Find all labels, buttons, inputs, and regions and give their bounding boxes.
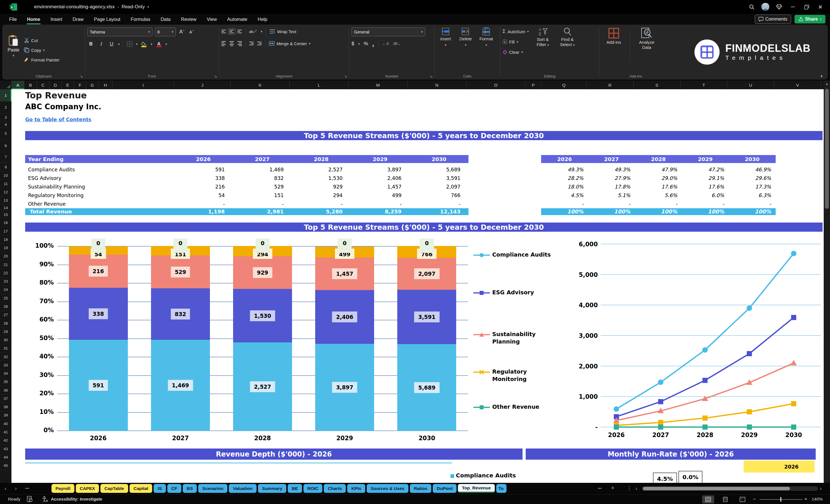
search-icon[interactable] (745, 0, 759, 14)
sheet-tab-bs[interactable]: BS (183, 484, 197, 493)
row-header-39[interactable]: 39 (0, 411, 11, 420)
row-header-24[interactable]: 24 (0, 286, 11, 294)
normal-view-button[interactable] (702, 496, 714, 503)
row-header-15[interactable]: 15 (0, 211, 11, 218)
borders-caret-icon[interactable]: ▾ (136, 42, 138, 46)
sort-filter-button[interactable]: AZ Sort & Filter ▾ (532, 28, 553, 73)
row-header-6[interactable]: 6 (0, 139, 11, 152)
row-header-5[interactable]: 5 (0, 128, 11, 139)
column-header-H[interactable]: H (99, 81, 113, 89)
ribbon-tab-page-layout[interactable]: Page Layout (89, 15, 126, 24)
avatar[interactable] (759, 0, 772, 14)
format-painter-button[interactable]: Format Painter (24, 56, 60, 64)
sheet-tab-be[interactable]: BE (288, 484, 302, 493)
row-header-33[interactable]: 33 (0, 361, 11, 369)
fill-button[interactable]: Fill ▾ (503, 38, 529, 46)
ribbon-tab-review[interactable]: Review (176, 15, 202, 24)
more-sheets-icon[interactable]: ••• (598, 486, 602, 491)
row-header-44[interactable]: 44 (0, 453, 11, 461)
row-header-40[interactable]: 40 (0, 420, 11, 428)
find-select-button[interactable]: Find & Select ▾ (557, 28, 578, 73)
row-header-34[interactable]: 34 (0, 370, 11, 378)
row-header-43[interactable]: 43 (0, 445, 11, 453)
column-header-P[interactable]: P (525, 81, 541, 89)
column-header-C[interactable]: C (37, 81, 50, 89)
percent-style-button[interactable]: % (364, 41, 368, 46)
column-header-F[interactable]: F (74, 81, 86, 89)
row-header-36[interactable]: 36 (0, 386, 11, 395)
comma-style-button[interactable]: , (372, 42, 374, 45)
clear-button[interactable]: Clear ▾ (503, 48, 529, 56)
column-header-E[interactable]: E (62, 81, 74, 89)
paste-button[interactable]: Paste ▾ (5, 28, 22, 65)
font-launcher-icon[interactable]: ↘ (214, 74, 217, 78)
orientation-button[interactable]: ab (249, 28, 257, 35)
column-header-I[interactable]: I (113, 81, 174, 89)
row-header-37[interactable]: 37 (0, 395, 11, 403)
accessibility-icon[interactable] (42, 496, 48, 503)
column-header-T[interactable]: T (680, 81, 727, 89)
zoom-in-button[interactable]: + (804, 496, 807, 502)
ribbon-tab-view[interactable]: View (202, 15, 222, 24)
column-header-B[interactable]: B (24, 81, 37, 89)
sheet-tab-captable[interactable]: CapTable (100, 484, 128, 493)
font-size-select[interactable]: 8 ▾ (155, 28, 176, 36)
select-all-corner[interactable] (0, 81, 12, 89)
autosum-button[interactable]: Σ AutoSum ▾ (503, 28, 529, 35)
row-header-21[interactable]: 21 (0, 260, 11, 269)
worksheet-canvas[interactable]: Top Revenue ABC Company Inc. Go to Table… (11, 89, 824, 483)
column-header-V[interactable]: V (774, 81, 821, 89)
readonly-badge[interactable]: Read-Only (122, 4, 145, 10)
new-sheet-button[interactable]: + (611, 484, 615, 492)
sheet-tab-kpis[interactable]: KPIs (347, 484, 365, 493)
column-header-K[interactable]: K (231, 81, 290, 89)
borders-button[interactable] (126, 40, 133, 48)
underline-button[interactable]: U (108, 40, 115, 48)
premium-diamond-icon[interactable] (772, 0, 786, 14)
row-header-10[interactable]: 10 (0, 171, 11, 180)
page-break-view-button[interactable] (736, 496, 748, 503)
row-header-14[interactable]: 14 (0, 204, 11, 211)
merge-center-button[interactable]: Merge & Center ▾ (269, 39, 310, 48)
restore-button[interactable] (800, 0, 813, 14)
currency-caret-icon[interactable]: ▾ (358, 42, 360, 46)
row-header-13[interactable]: 13 (0, 196, 11, 204)
sheet-nav-right-icon[interactable]: › (15, 485, 17, 492)
column-header-Q[interactable]: Q (541, 81, 586, 89)
addins-button[interactable]: Add-ins (602, 28, 626, 73)
font-color-caret-icon[interactable]: ▾ (166, 42, 167, 46)
zoom-level[interactable]: 140% (812, 497, 823, 501)
column-header-R[interactable]: R (586, 81, 634, 89)
sheet-tab-to[interactable]: To (496, 484, 507, 493)
sheet-tab-roic[interactable]: ROIC (304, 484, 323, 493)
row-header-29[interactable]: 29 (0, 327, 11, 336)
row-header-4[interactable]: 4 (0, 122, 11, 128)
decrease-decimal-button[interactable]: .00→ (393, 42, 401, 46)
sheet-tab-cf[interactable]: CF (167, 484, 181, 493)
column-header-G[interactable]: G (86, 81, 99, 89)
align-left-icon[interactable] (221, 41, 226, 46)
fill-color-caret-icon[interactable]: ▾ (151, 42, 153, 46)
grow-font-button[interactable]: A˄ (178, 28, 186, 36)
orientation-caret-icon[interactable]: ▾ (261, 30, 262, 33)
sheet-tab-summary[interactable]: Summary (258, 484, 286, 493)
row-header-35[interactable]: 35 (0, 378, 11, 386)
column-header-J[interactable]: J (174, 81, 231, 89)
row-header-41[interactable]: 41 (0, 428, 11, 436)
sheet-tab-top-revenue[interactable]: Top_Revenue (458, 484, 495, 493)
fill-color-button[interactable] (140, 40, 148, 48)
column-header-L[interactable]: L (290, 81, 349, 89)
copy-caret-icon[interactable]: ▾ (43, 48, 45, 52)
number-launcher-icon[interactable]: ↘ (429, 74, 433, 78)
sheet-nav-left-icon[interactable]: ‹ (5, 485, 7, 492)
zoom-out-button[interactable]: − (753, 496, 756, 502)
font-color-button[interactable]: A (155, 40, 163, 48)
cut-button[interactable]: Cut (24, 36, 60, 44)
row-header-20[interactable]: 20 (0, 252, 11, 260)
row-header-45[interactable]: 45 (0, 461, 11, 470)
align-center-icon[interactable] (229, 41, 234, 46)
underline-caret-icon[interactable]: ▾ (118, 42, 120, 46)
row-header-12[interactable]: 12 (0, 188, 11, 196)
zoom-slider-thumb[interactable] (780, 497, 781, 502)
row-header-23[interactable]: 23 (0, 278, 11, 286)
